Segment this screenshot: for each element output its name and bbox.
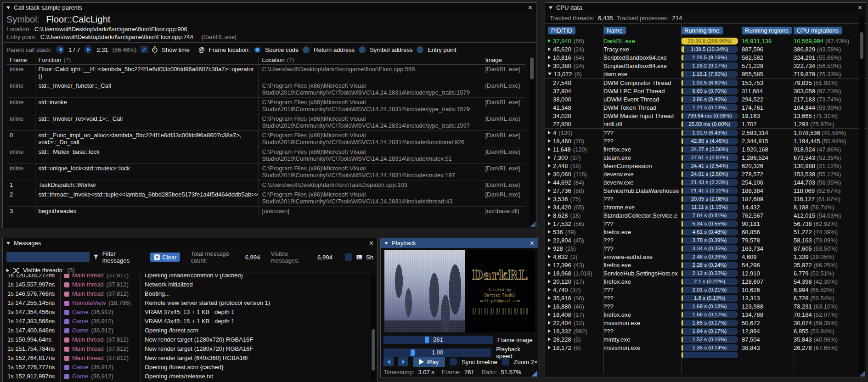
- expand-arrow-icon[interactable]: [548, 156, 551, 159]
- cpu-row[interactable]: 35,916(36)???1.8 s (0.19%)13,3136,728 (5…: [545, 294, 866, 302]
- cpu-row[interactable]: 4(120)???1:01.9 (6.43%)2,593,3141,078,53…: [545, 129, 866, 137]
- zoom-2x-checkbox[interactable]: [502, 358, 509, 365]
- clear-button[interactable]: × Clear: [150, 253, 180, 262]
- cpu-row[interactable]: [545, 352, 866, 358]
- next-stack-button[interactable]: [84, 45, 92, 54]
- cpu-row[interactable]: 13,072(6)dwm.exe1:16.1 (7.90%)955,585719…: [545, 70, 866, 78]
- cpu-row[interactable]: 34,028DWM Master Input Thread799.64 ms (…: [545, 112, 866, 120]
- cpu-row[interactable]: 8,628(18)StandardCollector.Service.e7.84…: [545, 211, 866, 219]
- collapse-icon[interactable]: [6, 6, 10, 9]
- expand-arrow-icon[interactable]: [548, 238, 551, 242]
- message-row[interactable]: 1s 146,576,766nsMain thread(37,812)Booti…: [3, 289, 371, 298]
- expand-arrow-icon[interactable]: [548, 304, 551, 308]
- cpu-row[interactable]: 2,448(18)MemCompression24.41 s (2.54%)62…: [545, 162, 866, 170]
- cpu-row[interactable]: 20,120(17)firefox.exe2.1 s (0.22%)128,60…: [545, 277, 866, 286]
- close-icon[interactable]: ×: [858, 4, 862, 11]
- expand-arrow-icon[interactable]: [548, 313, 551, 316]
- callstack-row[interactable]: inlinestd::invokeC:\Program Files (x86)\…: [6, 98, 525, 114]
- message-row[interactable]: 1s 150,994,64nsMain thread(37,812)New re…: [3, 335, 371, 344]
- callstack-row[interactable]: inlinestd::unique_lock<std::mutex>::lock…: [6, 164, 525, 180]
- radio-source-code[interactable]: [254, 46, 261, 53]
- cpu-row[interactable]: 18,172(8)msvsmon.exe1.35 s (0.14%)38,843…: [545, 343, 866, 352]
- callstack-row[interactable]: 2std::thread::_Invoke<std::tuple<<lambda…: [6, 190, 525, 207]
- expand-arrow-icon[interactable]: [548, 271, 551, 275]
- cpu-row[interactable]: 10,816(64)ScriptedSandbox64.exe1:28.5 (9…: [545, 53, 866, 62]
- expand-arrow-icon[interactable]: [548, 337, 551, 341]
- cpu-row[interactable]: 41,348DWM Token Thread1.21 s (0.13%)174,…: [545, 103, 866, 112]
- expand-arrow-icon[interactable]: [548, 147, 551, 151]
- play-button[interactable]: Play: [413, 357, 445, 367]
- expand-arrow-icon[interactable]: [548, 56, 551, 59]
- frame-image-slider[interactable]: 261: [383, 336, 493, 344]
- expand-arrow-icon[interactable]: [548, 139, 551, 143]
- col-image[interactable]: Image: [482, 56, 525, 65]
- message-row[interactable]: 1s 147,255,145nsRemoteView(18,796)Remote…: [3, 298, 371, 308]
- message-row[interactable]: 1s 152,764,817nsMain thread(37,812)New r…: [3, 354, 371, 363]
- expand-arrow-icon[interactable]: [548, 180, 551, 184]
- cpu-row[interactable]: 44,692(84)devenv.exe21.43 s (2.23%)254,1…: [545, 178, 866, 186]
- resize-grip[interactable]: [531, 371, 537, 376]
- col-cpu-migrations[interactable]: CPU migrations: [794, 27, 842, 34]
- message-row[interactable]: 1s 147,400,846nsGame(36,912)Opening /for…: [3, 326, 371, 335]
- cpu-row[interactable]: 18,460(20)???42.85 s (4.45%)2,344,9151,1…: [545, 137, 866, 145]
- expand-arrow-icon[interactable]: [548, 346, 551, 349]
- step-forward-button[interactable]: [398, 357, 408, 366]
- expand-arrow-icon[interactable]: [548, 205, 551, 209]
- show-time-checkbox[interactable]: ✓: [141, 46, 148, 53]
- cpu-row[interactable]: 38,000uDWM Event Thread3.86 s (0.40%)294…: [545, 95, 866, 103]
- expand-arrow-icon[interactable]: [548, 131, 551, 135]
- radio-return-address[interactable]: [303, 46, 310, 53]
- collapse-icon[interactable]: [549, 6, 552, 9]
- callstack-title-bar[interactable]: Call stack sample parents ×: [3, 3, 536, 12]
- cpu-row[interactable]: 45,620(24)Tracy.exe1:39.5 (10.34%)887,59…: [545, 45, 866, 53]
- filter-input[interactable]: [6, 252, 90, 262]
- cpu-row[interactable]: 18,408(17)firefox.exe1.66 s (0.17%)134,7…: [545, 310, 866, 319]
- expand-arrow-icon[interactable]: [548, 321, 551, 325]
- message-row[interactable]: 1s 145,557,997nsMain thread(37,812)Netwo…: [3, 280, 371, 289]
- col-running-time[interactable]: Running time: [681, 27, 723, 34]
- expand-arrow-icon[interactable]: [548, 263, 551, 267]
- expand-arrow-icon[interactable]: [548, 213, 551, 217]
- callstack-row[interactable]: inlinestd::_Mutex_base::lockC:\Program F…: [6, 147, 525, 164]
- callstack-scrollbar[interactable]: [529, 56, 535, 225]
- cpu-row[interactable]: 16,332(982)???1.64 s (0.17%)12,8946,955 …: [545, 327, 866, 335]
- expand-arrow-icon[interactable]: [548, 64, 551, 67]
- cpu-row[interactable]: 4,740(37)???2.01 s (0.21%)10,6266,994 (6…: [545, 286, 866, 294]
- cpu-row[interactable]: 28,228(5)mintty.exe1.52 s (0.16%)87,5043…: [545, 335, 866, 343]
- message-row[interactable]: 1s 151,754,784nsMain thread(37,812)New r…: [3, 344, 371, 354]
- message-row[interactable]: 1s 147,383,566nsGame(36,912)VRAM 43x45: …: [3, 317, 371, 326]
- cpu-row[interactable]: 22,404(12)msvsmon.exe1.65 s (0.17%)50,67…: [545, 319, 866, 327]
- callstack-row[interactable]: 3beginthreadex[unknown][ucrtbase.dll]: [6, 207, 525, 216]
- message-row[interactable]: 1s 152,912,997nsGame(36,912)Opening /met…: [3, 372, 371, 381]
- cpu-row[interactable]: 37,904DWM LPC Port Thread6.69 s (0.70%)3…: [545, 87, 866, 95]
- cpu-row[interactable]: 3,536(75)???20.05 s (2.08%)187,689116,12…: [545, 195, 866, 203]
- callstack-row[interactable]: inlinestd::_Invoker_ret<void,1>::_CallC:…: [6, 114, 525, 131]
- col-pid-tid[interactable]: PID/TID: [548, 27, 575, 34]
- message-row[interactable]: 1s 152,776,777nsGame(36,912)Opening /for…: [3, 363, 371, 372]
- expand-arrow-icon[interactable]: [548, 329, 551, 333]
- cpu-row[interactable]: 17,532(56)???5.34 s (0.55%)90,18156,738 …: [545, 219, 866, 228]
- show-images-checkbox[interactable]: [345, 253, 352, 261]
- cpu-row[interactable]: 4,632(2)vmware-authd.exe2.46 s (0.26%)4,…: [545, 253, 866, 261]
- cpu-row[interactable]: 7,300(37)steam.exe27.61 s (2.87%)1,286,5…: [545, 153, 866, 162]
- expand-arrow-icon[interactable]: [548, 247, 551, 250]
- expand-arrow-icon[interactable]: [548, 255, 551, 258]
- cpu-scrollbar[interactable]: [859, 15, 864, 374]
- expand-arrow-icon[interactable]: [548, 280, 551, 283]
- col-name[interactable]: Name: [603, 27, 626, 34]
- messages-title-bar[interactable]: Messages ×: [3, 238, 377, 248]
- expand-arrow-icon[interactable]: [548, 73, 552, 75]
- cpu-title-bar[interactable]: CPU data ×: [545, 3, 866, 12]
- callstack-row[interactable]: inlineFloor::CalcLight::__l4::<lambda_5b…: [6, 65, 525, 81]
- message-row[interactable]: 1s 147,354,456nsGame(36,912)VRAM 37x45: …: [3, 308, 371, 317]
- collapse-icon[interactable]: [6, 242, 10, 245]
- close-icon[interactable]: ×: [530, 240, 534, 247]
- resize-grip[interactable]: [530, 221, 535, 227]
- col-running-regions[interactable]: Running regions: [742, 27, 792, 34]
- message-row[interactable]: 1s 120,335,272nsMain thread(37,812)Openi…: [3, 274, 371, 280]
- cpu-row[interactable]: 27,800ntdll.dll25.93 ms (0.00%)1,7021,29…: [545, 120, 866, 129]
- col-frame[interactable]: Frame: [6, 56, 35, 65]
- prev-stack-button[interactable]: [56, 45, 64, 54]
- expand-arrow-icon[interactable]: [548, 230, 551, 234]
- radio-entry-point[interactable]: [417, 46, 423, 53]
